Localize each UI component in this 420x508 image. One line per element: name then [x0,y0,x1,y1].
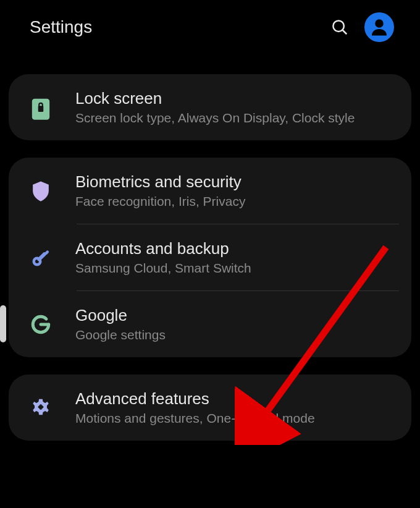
page-title: Settings [30,17,92,37]
svg-point-2 [375,19,384,28]
svg-line-1 [343,30,347,35]
setting-google[interactable]: Google Google settings [9,291,411,357]
header: Settings [0,0,420,54]
gear-icon [28,396,53,420]
scrollbar[interactable] [0,305,6,342]
svg-rect-12 [38,406,44,408]
google-icon [28,312,53,337]
setting-text: Lock screen Screen lock type, Always On … [75,89,355,125]
setting-biometrics[interactable]: Biometrics and security Face recognition… [9,158,411,224]
setting-title: Google [75,306,166,325]
setting-title: Biometrics and security [75,172,245,192]
setting-accounts-backup[interactable]: Accounts and backup Samsung Cloud, Smart… [9,224,411,290]
setting-subtitle: Google settings [75,328,166,342]
svg-point-0 [333,20,344,32]
setting-subtitle: Motions and gestures, One-handed mode [75,411,315,426]
setting-lock-screen[interactable]: Lock screen Screen lock type, Always On … [9,74,411,140]
settings-group: Advanced features Motions and gestures, … [9,375,411,441]
profile-icon[interactable] [364,12,394,42]
settings-group: Lock screen Screen lock type, Always On … [9,74,411,140]
svg-rect-4 [38,106,44,112]
shield-icon [28,179,53,203]
setting-subtitle: Screen lock type, Always On Display, Clo… [75,111,355,125]
setting-text: Biometrics and security Face recognition… [75,172,245,209]
lock-icon [28,95,53,120]
setting-text: Google Google settings [75,306,166,342]
setting-advanced-features[interactable]: Advanced features Motions and gestures, … [9,375,411,441]
setting-title: Accounts and backup [75,239,251,258]
search-icon[interactable] [330,17,350,37]
setting-title: Lock screen [75,89,355,108]
key-icon [28,245,53,270]
setting-title: Advanced features [75,389,315,409]
setting-subtitle: Face recognition, Iris, Privacy [75,194,245,209]
settings-group: Biometrics and security Face recognition… [9,158,411,357]
setting-text: Accounts and backup Samsung Cloud, Smart… [75,239,251,276]
settings-list: Lock screen Screen lock type, Always On … [0,74,420,441]
header-actions [330,12,394,42]
setting-subtitle: Samsung Cloud, Smart Switch [75,261,251,276]
setting-text: Advanced features Motions and gestures, … [75,389,315,426]
